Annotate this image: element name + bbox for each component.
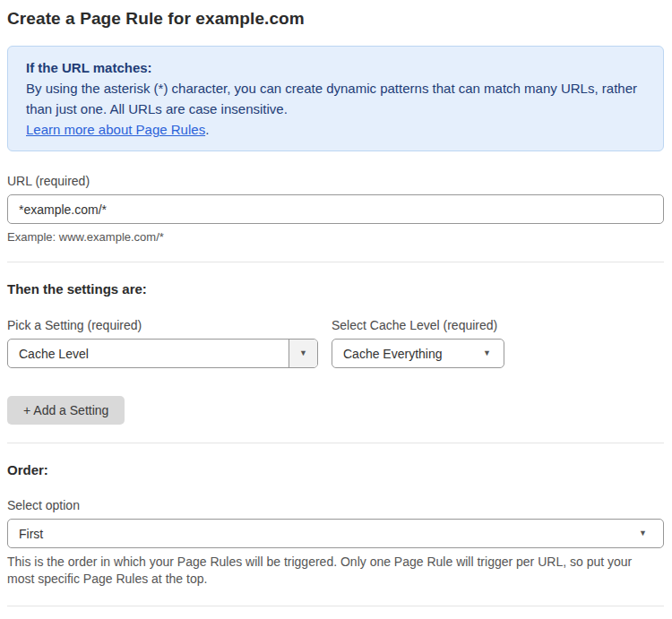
info-box-body: By using the asterisk (*) character, you… <box>26 78 645 119</box>
pick-setting-group: Pick a Setting (required) Cache Level ▼ <box>7 318 318 368</box>
settings-section: Then the settings are: Pick a Setting (r… <box>7 281 664 425</box>
order-heading: Order: <box>7 462 664 477</box>
url-example-helper: Example: www.example.com/* <box>7 230 664 244</box>
chevron-down-icon: ▼ <box>483 349 504 357</box>
add-setting-button[interactable]: + Add a Setting <box>7 396 125 425</box>
order-section: Order: Select option First ▼ This is the… <box>7 462 664 588</box>
cache-level-dropdown[interactable]: Cache Everything ▼ <box>332 339 504 368</box>
setting-dropdown[interactable]: Cache Level ▼ <box>7 339 318 368</box>
order-dropdown[interactable]: First ▼ <box>7 519 664 548</box>
cache-level-label: Select Cache Level (required) <box>332 318 504 332</box>
divider <box>7 443 664 443</box>
settings-row: Pick a Setting (required) Cache Level ▼ … <box>7 318 664 368</box>
url-field-group: URL (required) Example: www.example.com/… <box>7 174 664 244</box>
url-input[interactable] <box>7 194 664 224</box>
chevron-down-icon: ▼ <box>639 529 663 537</box>
order-select-label: Select option <box>7 498 664 512</box>
url-match-info-box: If the URL matches: By using the asteris… <box>7 46 664 151</box>
setting-dropdown-value: Cache Level <box>8 347 289 361</box>
settings-heading: Then the settings are: <box>7 281 664 297</box>
url-label: URL (required) <box>7 174 664 188</box>
info-link-line: Learn more about Page Rules. <box>26 119 645 140</box>
link-period-text: . <box>205 122 209 137</box>
create-page-rule-form: Create a Page Rule for example.com If th… <box>0 0 672 619</box>
cache-level-group: Select Cache Level (required) Cache Ever… <box>332 318 504 368</box>
cache-level-dropdown-value: Cache Everything <box>332 347 483 361</box>
divider <box>7 262 664 262</box>
order-helper-text: This is the order in which your Page Rul… <box>7 554 652 588</box>
chevron-down-icon: ▼ <box>289 340 317 367</box>
order-dropdown-value: First <box>8 527 639 541</box>
page-title: Create a Page Rule for example.com <box>7 9 664 29</box>
info-box-heading: If the URL matches: <box>26 57 645 78</box>
pick-setting-label: Pick a Setting (required) <box>7 318 318 332</box>
divider <box>7 606 664 606</box>
learn-more-link[interactable]: Learn more about Page Rules <box>26 122 205 137</box>
